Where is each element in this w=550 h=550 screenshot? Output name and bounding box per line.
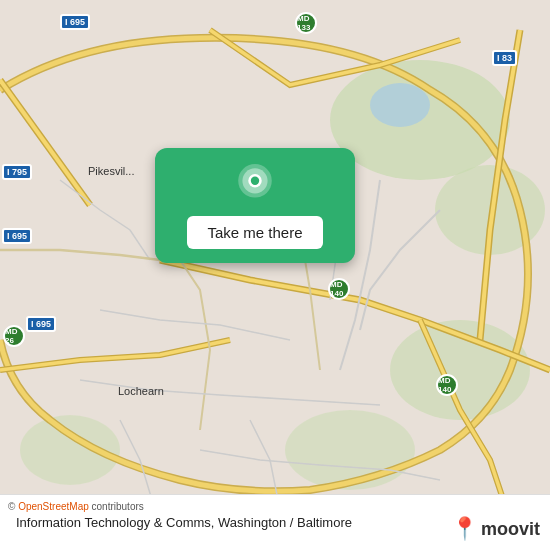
highway-badge-md140-mid: MD 140 [328, 278, 350, 300]
svg-point-5 [285, 410, 415, 490]
highway-badge-i695-left: I 695 [2, 228, 32, 244]
highway-badge-md26: MD 26 [3, 325, 25, 347]
highway-badge-i695-top: I 695 [60, 14, 90, 30]
location-popup: Take me there [155, 148, 355, 263]
moovit-text: moovit [481, 519, 540, 540]
highway-badge-i695-bottom: I 695 [26, 316, 56, 332]
bottom-bar: © OpenStreetMap contributors Information… [0, 494, 550, 550]
location-pin-icon [234, 164, 276, 206]
take-me-there-button[interactable]: Take me there [187, 216, 322, 249]
map-container: Pikesvil... Lochearn I 695 I 695 I 695 I… [0, 0, 550, 550]
destination-label: Information Technology & Comms, Washingt… [12, 515, 352, 530]
highway-badge-md133: MD 133 [295, 12, 317, 34]
highway-badge-i795: I 795 [2, 164, 32, 180]
osm-credit: © OpenStreetMap contributors [8, 501, 144, 512]
svg-point-6 [370, 83, 430, 127]
highway-badge-i83: I 83 [492, 50, 517, 66]
svg-point-10 [251, 177, 259, 185]
moovit-logo: 📍 moovit [451, 518, 540, 540]
highway-badge-md140-right: MD 140 [436, 374, 458, 396]
moovit-pin-icon: 📍 [451, 518, 478, 540]
map-svg [0, 0, 550, 550]
